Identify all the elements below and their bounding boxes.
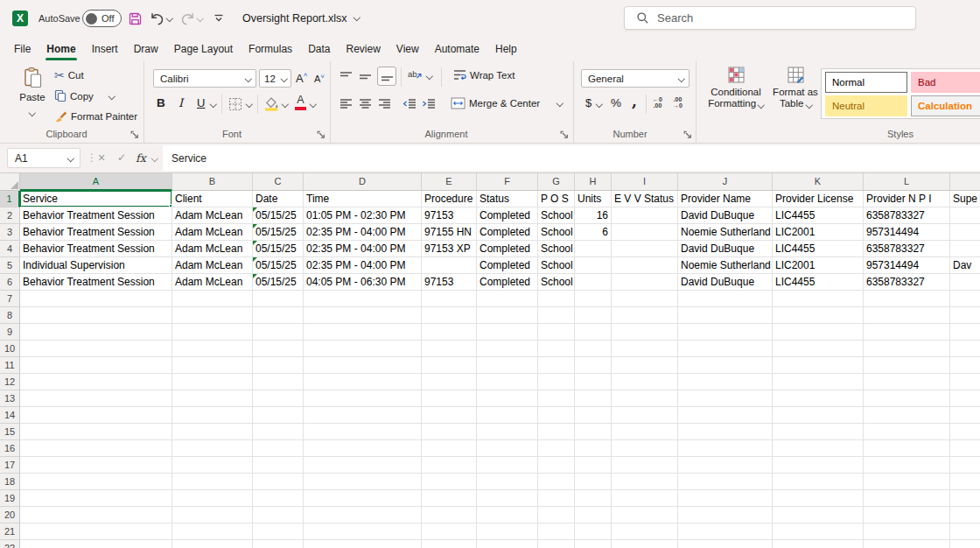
cell-K7[interactable] xyxy=(773,291,864,307)
cell-G5[interactable]: School xyxy=(538,257,575,274)
cell-A1[interactable]: Service xyxy=(20,191,172,207)
cell-B3[interactable]: Adam McLean xyxy=(172,224,253,241)
cell-E14[interactable] xyxy=(422,407,477,424)
row-header-18[interactable]: 18 xyxy=(0,474,20,490)
cell-D16[interactable] xyxy=(304,440,422,457)
fx-chevron[interactable] xyxy=(151,155,158,162)
redo-icon[interactable] xyxy=(180,11,195,25)
cell-L1[interactable]: Provider N P I xyxy=(864,191,950,207)
cell-B12[interactable] xyxy=(172,374,253,390)
cell-C8[interactable] xyxy=(253,307,304,324)
autosave-toggle[interactable]: Off xyxy=(82,10,122,27)
row-header-6[interactable]: 6 xyxy=(0,274,20,291)
cell-H3[interactable]: 6 xyxy=(575,224,612,241)
cell-D3[interactable]: 02:35 PM - 04:00 PM xyxy=(304,224,422,241)
row-header-2[interactable]: 2 xyxy=(0,207,20,224)
clipboard-dialog-launcher[interactable] xyxy=(130,130,139,139)
cell-I8[interactable] xyxy=(612,307,678,324)
cell-L21[interactable] xyxy=(864,523,950,540)
cell-L3[interactable]: 957314494 xyxy=(864,224,950,241)
cancel-icon[interactable]: × xyxy=(98,151,105,165)
cell-J18[interactable] xyxy=(678,474,773,490)
cell-H2[interactable]: 16 xyxy=(575,207,612,224)
column-header-I[interactable]: I xyxy=(612,173,678,191)
cell-F1[interactable]: Status xyxy=(477,191,538,207)
row-header-14[interactable]: 14 xyxy=(0,407,20,424)
cell-B17[interactable] xyxy=(172,457,253,474)
cell-H14[interactable] xyxy=(575,407,612,424)
font-color-chevron[interactable] xyxy=(310,101,317,108)
cell-F3[interactable]: Completed xyxy=(477,224,538,241)
cell-M21[interactable] xyxy=(950,523,980,540)
cell-J22[interactable] xyxy=(678,540,773,548)
cell-C13[interactable] xyxy=(253,390,304,407)
row-header-20[interactable]: 20 xyxy=(0,507,20,523)
cell-A4[interactable]: Behavior Treatment Session xyxy=(20,241,172,257)
cell-J19[interactable] xyxy=(678,490,773,507)
column-header-C[interactable]: C xyxy=(253,173,304,191)
save-icon[interactable] xyxy=(128,11,143,26)
cell-A12[interactable] xyxy=(20,374,172,390)
cell-F13[interactable] xyxy=(477,390,538,407)
cell-F17[interactable] xyxy=(477,457,538,474)
cell-L11[interactable] xyxy=(864,357,950,374)
cell-E13[interactable] xyxy=(422,390,477,407)
wrap-text-button[interactable]: Wrap Text xyxy=(453,69,514,81)
select-all-corner[interactable] xyxy=(0,173,20,191)
cell-L8[interactable] xyxy=(864,307,950,324)
tab-automate[interactable]: Automate xyxy=(427,37,487,61)
cell-C6[interactable]: 05/15/25 xyxy=(253,274,304,291)
column-header-L[interactable]: L xyxy=(864,173,950,191)
cell-J10[interactable] xyxy=(678,341,773,357)
cell-I2[interactable] xyxy=(612,207,678,224)
cell-G10[interactable] xyxy=(538,341,575,357)
cell-K16[interactable] xyxy=(773,440,864,457)
cell-I11[interactable] xyxy=(612,357,678,374)
cell-E6[interactable]: 97153 xyxy=(422,274,477,291)
cell-F22[interactable] xyxy=(477,540,538,548)
increase-indent-button[interactable] xyxy=(422,98,436,109)
cell-H21[interactable] xyxy=(575,523,612,540)
cell-G19[interactable] xyxy=(538,490,575,507)
fill-color-button[interactable] xyxy=(264,96,279,111)
row-header-11[interactable]: 11 xyxy=(0,357,20,374)
cell-A20[interactable] xyxy=(20,507,172,523)
row-header-10[interactable]: 10 xyxy=(0,341,20,357)
cell-H5[interactable] xyxy=(575,257,612,274)
cell-D15[interactable] xyxy=(304,424,422,440)
cell-M6[interactable] xyxy=(950,274,980,291)
cell-H22[interactable] xyxy=(575,540,612,548)
column-header-F[interactable]: F xyxy=(477,173,538,191)
cell-C10[interactable] xyxy=(253,341,304,357)
cell-G22[interactable] xyxy=(538,540,575,548)
cell-M11[interactable] xyxy=(950,357,980,374)
cell-L5[interactable]: 957314494 xyxy=(864,257,950,274)
font-name-select[interactable]: Calibri xyxy=(153,69,256,88)
row-header-4[interactable]: 4 xyxy=(0,241,20,257)
cell-I22[interactable] xyxy=(612,540,678,548)
column-header-H[interactable]: H xyxy=(575,173,612,191)
cell-A6[interactable]: Behavior Treatment Session xyxy=(20,274,172,291)
cell-L2[interactable]: 6358783327 xyxy=(864,207,950,224)
cell-G18[interactable] xyxy=(538,474,575,490)
cell-D14[interactable] xyxy=(304,407,422,424)
cell-D6[interactable]: 04:05 PM - 06:30 PM xyxy=(304,274,422,291)
cell-D1[interactable]: Time xyxy=(304,191,422,207)
cell-J12[interactable] xyxy=(678,374,773,390)
cell-I1[interactable]: E V V Status xyxy=(612,191,678,207)
cell-C2[interactable]: 05/15/25 xyxy=(253,207,304,224)
cell-G11[interactable] xyxy=(538,357,575,374)
cell-C3[interactable]: 05/15/25 xyxy=(253,224,304,241)
row-header-8[interactable]: 8 xyxy=(0,307,20,324)
drag-handle-dots[interactable]: ⋮ xyxy=(87,151,97,164)
cell-K18[interactable] xyxy=(773,474,864,490)
cell-B7[interactable] xyxy=(172,291,253,307)
cell-J1[interactable]: Provider Name xyxy=(678,191,773,207)
cell-I5[interactable] xyxy=(612,257,678,274)
cell-C17[interactable] xyxy=(253,457,304,474)
cell-K20[interactable] xyxy=(773,507,864,523)
tab-draw[interactable]: Draw xyxy=(126,37,166,61)
row-header-16[interactable]: 16 xyxy=(0,440,20,457)
cell-L19[interactable] xyxy=(864,490,950,507)
cut-button[interactable]: ✂ Cut xyxy=(54,69,84,81)
